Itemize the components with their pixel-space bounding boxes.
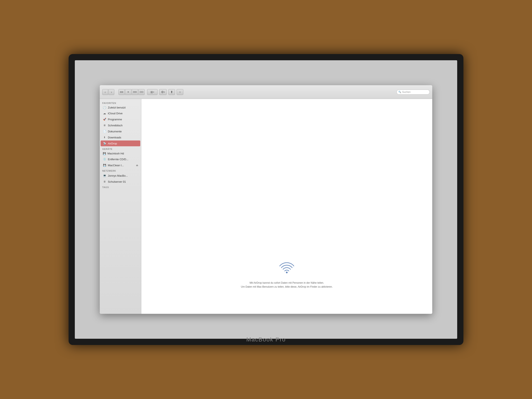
sidebar-item-entfernte[interactable]: 💿 Entfernte CD/D...	[101, 156, 140, 162]
sidebar-item-label: Programme	[108, 118, 122, 121]
tag-icon: ○	[179, 90, 181, 94]
macclean-icon: 💾	[103, 163, 106, 167]
forward-icon: ›	[111, 90, 112, 94]
airdrop-desc-line1: Mit AirDrop kannst du sofort Daten mit P…	[241, 281, 333, 285]
sidebar-item-icloud[interactable]: ☁ iCloud Drive	[101, 110, 140, 116]
screen-content: ‹ › ⊞⊞ ≡ ⊟⊟	[75, 60, 457, 339]
list-view-icon: ≡	[127, 90, 129, 94]
sidebar-item-label: Zuletzt benutzt	[108, 106, 126, 109]
back-icon: ‹	[105, 90, 106, 94]
macintosh-icon: 💾	[103, 152, 106, 155]
icon-view-icon: ⊞⊞	[120, 91, 123, 93]
view-buttons: ⊞⊞ ≡ ⊟⊟ ⊡⊡	[119, 89, 145, 95]
view-options-button[interactable]: ⊞ ▾	[147, 89, 158, 95]
programme-icon: 🚀	[103, 117, 106, 121]
sidebar-item-label: iCloud Drive	[108, 112, 123, 115]
chevron-down-icon: ▾	[153, 91, 154, 93]
search-placeholder: Suchen	[402, 91, 411, 94]
list-view-button[interactable]: ≡	[125, 89, 131, 95]
column-view-icon: ⊟⊟	[133, 91, 137, 93]
icloud-icon: ☁	[103, 111, 106, 115]
sidebar-item-label: Macintosh Hd	[108, 152, 124, 155]
icon-view-button[interactable]: ⊞⊞	[119, 89, 125, 95]
action-gear-button[interactable]: ⚙ ▾	[159, 89, 167, 95]
sidebar-item-macintosh[interactable]: 💾 Macintosh Hd	[101, 151, 140, 156]
cover-view-button[interactable]: ⊡⊡	[138, 89, 145, 95]
downloads-icon: ⬇	[103, 135, 106, 139]
macbook-pro-label: MacBook Pro	[246, 336, 286, 343]
jonnys-icon: 💻	[103, 174, 106, 177]
sidebar-item-label: Schulserver 01	[108, 180, 126, 183]
main-area: Favoriten 🕐 Zuletzt benutzt ☁ iCloud Dri…	[100, 99, 432, 314]
sidebar-item-airdrop[interactable]: 📡 AirDrop	[101, 140, 140, 146]
sidebar-item-programme[interactable]: 🚀 Programme	[101, 116, 140, 122]
finder-window: ‹ › ⊞⊞ ≡ ⊟⊟	[100, 85, 432, 314]
airdrop-radar-icon	[279, 261, 295, 278]
recent-icon: 🕐	[103, 106, 106, 109]
column-view-button[interactable]: ⊟⊟	[132, 89, 138, 95]
sidebar-header-geraete: Geräte	[100, 146, 141, 151]
sidebar-item-label: Schreibtisch	[108, 124, 123, 127]
back-button[interactable]: ‹	[102, 89, 108, 95]
toolbar: ‹ › ⊞⊞ ≡ ⊟⊟	[100, 85, 432, 99]
gear-chevron-icon: ▾	[164, 91, 165, 93]
tag-button[interactable]: ○	[177, 89, 183, 95]
airdrop-sidebar-icon: 📡	[103, 141, 106, 145]
gear-icon: ⚙	[161, 90, 164, 94]
sidebar-item-dokumente[interactable]: 📄 Dokumente	[101, 128, 140, 134]
eject-icon[interactable]: ⏏	[136, 164, 138, 167]
svg-point-0	[286, 272, 288, 273]
share-icon: ⬆	[171, 90, 173, 94]
sidebar-item-macclean[interactable]: 💾 MacClean I... ⏏	[101, 162, 140, 168]
cover-view-icon: ⊡⊡	[140, 91, 143, 93]
sidebar-header-favoriten: Favoriten	[100, 101, 141, 105]
schulserver-icon: 🖥	[103, 180, 106, 184]
sidebar-item-label: Dokumente	[108, 130, 121, 133]
sidebar-item-label: AirDrop	[108, 142, 117, 145]
sidebar-item-label: Jonnys MacBo...	[108, 174, 128, 177]
forward-button[interactable]: ›	[108, 89, 114, 95]
sidebar-item-zuletzt[interactable]: 🕐 Zuletzt benutzt	[101, 105, 140, 110]
desktop-icon: 🖥	[103, 123, 106, 127]
search-box[interactable]: 🔍 Suchen	[397, 89, 430, 95]
sidebar-item-label: MacClean I...	[108, 164, 124, 167]
sidebar-header-netzwerk: Netzwerk	[100, 168, 141, 172]
airdrop-content: Mit AirDrop kannst du sofort Daten mit P…	[241, 261, 333, 289]
cdrom-icon: 💿	[103, 157, 106, 161]
sidebar-item-jonnys[interactable]: 💻 Jonnys MacBo...	[101, 173, 140, 178]
airdrop-description: Mit AirDrop kannst du sofort Daten mit P…	[241, 281, 333, 289]
sidebar-header-tags: Tags	[100, 185, 141, 189]
sidebar: Favoriten 🕐 Zuletzt benutzt ☁ iCloud Dri…	[100, 99, 141, 314]
documents-icon: 📄	[103, 129, 106, 133]
sidebar-item-label: Entfernte CD/D...	[108, 158, 128, 161]
nav-buttons: ‹ ›	[102, 89, 114, 95]
sidebar-item-downloads[interactable]: ⬇ Downloads	[101, 134, 140, 140]
screen-bezel: ‹ › ⊞⊞ ≡ ⊟⊟	[69, 54, 463, 345]
view-options-icon: ⊞	[151, 90, 153, 94]
share-button[interactable]: ⬆	[168, 89, 175, 95]
search-icon: 🔍	[398, 91, 401, 93]
content-area: Mit AirDrop kannst du sofort Daten mit P…	[141, 99, 432, 314]
airdrop-desc-line2: Um Daten mit Mac-Benutzern zu teilen, bi…	[241, 285, 333, 289]
sidebar-item-label: Downloads	[108, 136, 121, 139]
sidebar-item-schreibtisch[interactable]: 🖥 Schreibtisch	[101, 122, 140, 128]
sidebar-item-schulserver[interactable]: 🖥 Schulserver 01	[101, 179, 140, 184]
